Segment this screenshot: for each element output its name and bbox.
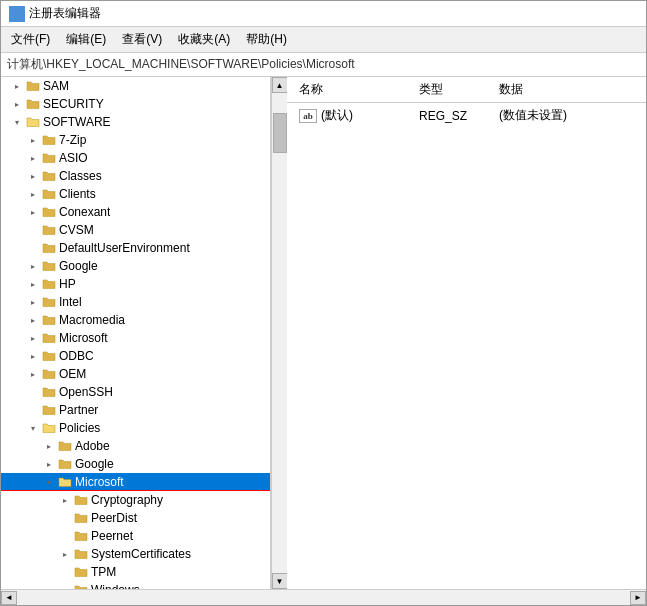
folder-icon-conexant bbox=[41, 204, 57, 220]
tree-label-peerdist: PeerDist bbox=[91, 511, 137, 525]
tree-label-security: SECURITY bbox=[43, 97, 104, 111]
menu-file[interactable]: 文件(F) bbox=[5, 29, 56, 50]
tree-item-classes[interactable]: Classes bbox=[1, 167, 270, 185]
expand-arrow-windows[interactable] bbox=[57, 582, 73, 589]
expand-arrow-oem[interactable] bbox=[25, 366, 41, 382]
tree-label-peernet: Peernet bbox=[91, 529, 133, 543]
title-bar: 注册表编辑器 bbox=[1, 1, 646, 27]
folder-icon-openssh bbox=[41, 384, 57, 400]
expand-arrow-microsoft[interactable] bbox=[25, 330, 41, 346]
expand-arrow-policies[interactable] bbox=[25, 420, 41, 436]
expand-arrow-intel[interactable] bbox=[25, 294, 41, 310]
expand-arrow-google[interactable] bbox=[25, 258, 41, 274]
tree-item-tpm[interactable]: TPM bbox=[1, 563, 270, 581]
expand-arrow-hp[interactable] bbox=[25, 276, 41, 292]
tree-item-cryptography[interactable]: Cryptography bbox=[1, 491, 270, 509]
col-header-type: 类型 bbox=[415, 79, 495, 100]
tree-panel[interactable]: SAM SECURITY SOFTWARE bbox=[1, 77, 271, 589]
tree-item-microsoft[interactable]: Microsoft bbox=[1, 329, 270, 347]
tree-item-google[interactable]: Google bbox=[1, 257, 270, 275]
tree-item-software[interactable]: SOFTWARE bbox=[1, 113, 270, 131]
tree-label-defaultuserenv: DefaultUserEnvironment bbox=[59, 241, 190, 255]
expand-arrow-security[interactable] bbox=[9, 96, 25, 112]
tree-item-security[interactable]: SECURITY bbox=[1, 95, 270, 113]
tree-item-clients[interactable]: Clients bbox=[1, 185, 270, 203]
scroll-up-button[interactable]: ▲ bbox=[272, 77, 288, 93]
folder-icon-sam bbox=[25, 78, 41, 94]
scroll-down-button[interactable]: ▼ bbox=[272, 573, 288, 589]
scroll-right-button[interactable]: ► bbox=[630, 591, 646, 605]
tree-item-macromedia[interactable]: Macromedia bbox=[1, 311, 270, 329]
tree-label-sam: SAM bbox=[43, 79, 69, 93]
expand-arrow-clients[interactable] bbox=[25, 186, 41, 202]
expand-arrow-openssh bbox=[25, 384, 41, 400]
tree-item-google2[interactable]: Google bbox=[1, 455, 270, 473]
tree-label-7zip: 7-Zip bbox=[59, 133, 86, 147]
tree-label-cryptography: Cryptography bbox=[91, 493, 163, 507]
scroll-thumb-h[interactable] bbox=[17, 591, 630, 605]
folder-icon-partner bbox=[41, 402, 57, 418]
expand-arrow-macromedia[interactable] bbox=[25, 312, 41, 328]
folder-icon-peernet bbox=[73, 528, 89, 544]
expand-arrow-conexant[interactable] bbox=[25, 204, 41, 220]
expand-arrow-asio[interactable] bbox=[25, 150, 41, 166]
tree-item-cvsm[interactable]: CVSM bbox=[1, 221, 270, 239]
folder-icon-microsoft2 bbox=[57, 474, 73, 490]
expand-arrow-defaultuserenv bbox=[25, 240, 41, 256]
expand-arrow-sam[interactable] bbox=[9, 78, 25, 94]
scroll-left-button[interactable]: ◄ bbox=[1, 591, 17, 605]
folder-icon-macromedia bbox=[41, 312, 57, 328]
expand-arrow-odbc[interactable] bbox=[25, 348, 41, 364]
detail-row-default[interactable]: ab (默认) REG_SZ (数值未设置) bbox=[287, 103, 646, 128]
folder-icon-systemcerts bbox=[73, 546, 89, 562]
folder-icon-google bbox=[41, 258, 57, 274]
tree-label-microsoft2: Microsoft bbox=[75, 475, 124, 489]
tree-item-defaultuserenv[interactable]: DefaultUserEnvironment bbox=[1, 239, 270, 257]
menu-help[interactable]: 帮助(H) bbox=[240, 29, 293, 50]
tree-label-policies: Policies bbox=[59, 421, 100, 435]
tree-item-asio[interactable]: ASIO bbox=[1, 149, 270, 167]
address-label-text: 计算机\HKEY_LOCAL_MACHINE\SOFTWARE\Policies… bbox=[7, 56, 355, 73]
tree-item-peerdist[interactable]: PeerDist bbox=[1, 509, 270, 527]
tree-label-odbc: ODBC bbox=[59, 349, 94, 363]
tree-label-classes: Classes bbox=[59, 169, 102, 183]
tree-item-policies[interactable]: Policies bbox=[1, 419, 270, 437]
expand-arrow-classes[interactable] bbox=[25, 168, 41, 184]
tree-item-7zip[interactable]: 7-Zip bbox=[1, 131, 270, 149]
expand-arrow-microsoft2[interactable] bbox=[41, 474, 57, 490]
menu-favorites[interactable]: 收藏夹(A) bbox=[172, 29, 236, 50]
tree-label-macromedia: Macromedia bbox=[59, 313, 125, 327]
tree-item-sam[interactable]: SAM bbox=[1, 77, 270, 95]
tree-item-adobe[interactable]: Adobe bbox=[1, 437, 270, 455]
expand-arrow-systemcerts[interactable] bbox=[57, 546, 73, 562]
tree-item-microsoft2[interactable]: Microsoft bbox=[1, 473, 270, 491]
tree-item-systemcerts[interactable]: SystemCertificates bbox=[1, 545, 270, 563]
menu-edit[interactable]: 编辑(E) bbox=[60, 29, 112, 50]
tree-scrollbar[interactable]: ▲ ▼ bbox=[271, 77, 287, 589]
tree-item-intel[interactable]: Intel bbox=[1, 293, 270, 311]
tree-label-microsoft: Microsoft bbox=[59, 331, 108, 345]
tree-label-google: Google bbox=[59, 259, 98, 273]
tree-item-odbc[interactable]: ODBC bbox=[1, 347, 270, 365]
expand-arrow-7zip[interactable] bbox=[25, 132, 41, 148]
expand-arrow-software[interactable] bbox=[9, 114, 25, 130]
scroll-thumb[interactable] bbox=[273, 113, 287, 153]
tree-item-peernet[interactable]: Peernet bbox=[1, 527, 270, 545]
tree-item-oem[interactable]: OEM bbox=[1, 365, 270, 383]
window-title: 注册表编辑器 bbox=[29, 5, 101, 22]
menu-view[interactable]: 查看(V) bbox=[116, 29, 168, 50]
tree-item-conexant[interactable]: Conexant bbox=[1, 203, 270, 221]
tree-item-openssh[interactable]: OpenSSH bbox=[1, 383, 270, 401]
tree-item-windows[interactable]: Windows bbox=[1, 581, 270, 589]
horizontal-scrollbar[interactable]: ◄ ► bbox=[1, 589, 646, 605]
tree-item-partner[interactable]: Partner bbox=[1, 401, 270, 419]
scroll-track[interactable] bbox=[272, 93, 287, 573]
expand-arrow-cvsm bbox=[25, 222, 41, 238]
expand-arrow-cryptography[interactable] bbox=[57, 492, 73, 508]
expand-arrow-adobe[interactable] bbox=[41, 438, 57, 454]
tree-item-hp[interactable]: HP bbox=[1, 275, 270, 293]
highlight-region: Cryptography PeerDist Peernet bbox=[1, 491, 270, 589]
expand-arrow-google2[interactable] bbox=[41, 456, 57, 472]
expand-arrow-partner bbox=[25, 402, 41, 418]
app-icon bbox=[9, 6, 25, 22]
